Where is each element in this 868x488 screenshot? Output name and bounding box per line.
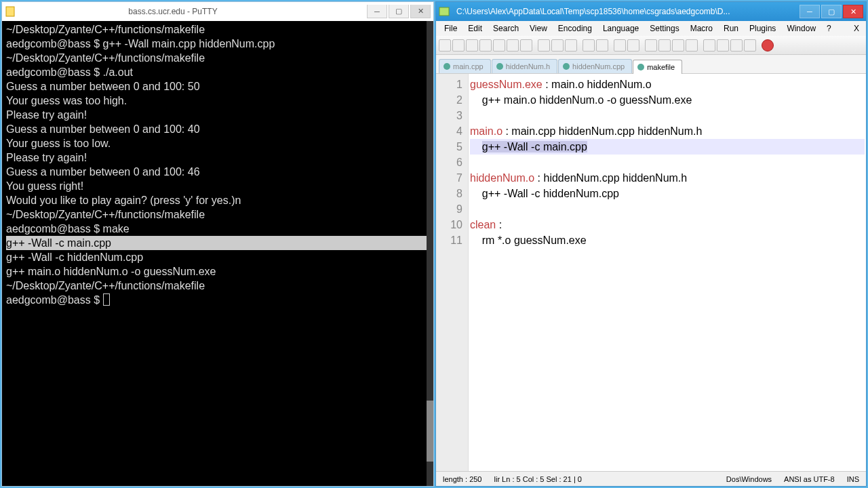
status-encoding: ANSI as UTF-8 bbox=[784, 475, 835, 483]
line-number: 3 bbox=[439, 108, 462, 123]
tab-label: makefile bbox=[647, 63, 675, 71]
record-macro-icon[interactable] bbox=[762, 39, 774, 52]
print-icon[interactable] bbox=[520, 39, 532, 52]
code-line[interactable]: guessNum.exe : main.o hiddenNum.o bbox=[470, 77, 865, 92]
status-eol: Dos\Windows bbox=[726, 475, 772, 483]
code-line[interactable]: g++ -Wall -c hiddenNum.cpp bbox=[470, 186, 865, 201]
tab-status-icon bbox=[443, 63, 450, 70]
menu-encoding[interactable]: Encoding bbox=[553, 22, 597, 35]
close-all-icon[interactable] bbox=[507, 39, 519, 52]
terminal-line: g++ -Wall -c main.cpp bbox=[6, 236, 429, 250]
npp-icon bbox=[439, 6, 450, 17]
paste-icon[interactable] bbox=[565, 39, 577, 52]
tab-hiddenNum-cpp[interactable]: hiddenNum.cpp bbox=[558, 59, 632, 73]
line-number: 11 bbox=[439, 232, 462, 248]
wordwrap-icon[interactable] bbox=[703, 39, 715, 52]
code-editor[interactable]: 1234567891011 guessNum.exe : main.o hidd… bbox=[436, 74, 866, 471]
code-line[interactable]: main.o : main.cpp hiddenNum.cpp hiddenNu… bbox=[470, 123, 865, 139]
tab-label: hiddenNum.cpp bbox=[572, 62, 625, 70]
close-icon[interactable] bbox=[493, 39, 505, 52]
menu-view[interactable]: View bbox=[524, 22, 553, 35]
menu-plugins[interactable]: Plugins bbox=[744, 22, 781, 35]
code-area[interactable]: guessNum.exe : main.o hiddenNum.o g++ ma… bbox=[469, 74, 866, 471]
close-button[interactable]: ✕ bbox=[843, 5, 863, 18]
menu-language[interactable]: Language bbox=[597, 22, 644, 35]
code-line[interactable]: rm *.o guessNum.exe bbox=[470, 232, 865, 248]
npp-titlebar[interactable]: C:\Users\Alex\AppData\Local\Temp\scp1853… bbox=[436, 2, 866, 21]
terminal-line: g++ -Wall -c hiddenNum.cpp bbox=[6, 250, 429, 264]
line-number: 4 bbox=[439, 123, 462, 139]
terminal-line: aedgcomb@bass $ g++ -Wall main.cpp hidde… bbox=[6, 37, 429, 51]
minimize-button[interactable]: ─ bbox=[367, 5, 387, 18]
notepadpp-window: C:\Users\Alex\AppData\Local\Temp\scp1853… bbox=[435, 1, 867, 487]
tab-hiddenNum-h[interactable]: hiddenNum.h bbox=[492, 59, 557, 73]
terminal-line: aedgcomb@bass $ ./a.out bbox=[6, 65, 429, 79]
find-icon[interactable] bbox=[614, 39, 626, 52]
tab-status-icon bbox=[496, 63, 503, 70]
code-line[interactable] bbox=[470, 155, 865, 170]
zoom-in-icon[interactable] bbox=[645, 39, 657, 52]
tab-status-icon bbox=[563, 63, 570, 70]
maximize-button[interactable]: ▢ bbox=[389, 5, 409, 18]
code-line[interactable]: clean : bbox=[470, 217, 865, 232]
menu-run[interactable]: Run bbox=[718, 22, 744, 35]
menu-file[interactable]: File bbox=[439, 22, 462, 35]
terminal-line: Guess a number between 0 and 100: 40 bbox=[6, 122, 429, 136]
line-number: 5 bbox=[439, 139, 462, 155]
terminal-scrollbar[interactable] bbox=[427, 21, 433, 486]
line-number: 6 bbox=[439, 155, 462, 170]
terminal-line: Please try again! bbox=[6, 108, 429, 122]
status-bar: length : 250 lir Ln : 5 Col : 5 Sel : 21… bbox=[436, 471, 866, 486]
menu-edit[interactable]: Edit bbox=[462, 22, 488, 35]
save-icon[interactable] bbox=[466, 39, 478, 52]
indent-icon[interactable] bbox=[730, 39, 743, 52]
sync-v-icon[interactable] bbox=[672, 39, 684, 52]
putty-titlebar[interactable]: bass.cs.ucr.edu - PuTTY ─ ▢ ✕ bbox=[2, 2, 433, 21]
replace-icon[interactable] bbox=[627, 39, 639, 52]
line-number: 8 bbox=[439, 186, 462, 201]
status-position: lir Ln : 5 Col : 5 Sel : 21 | 0 bbox=[494, 475, 582, 483]
code-line[interactable]: g++ -Wall -c main.cpp bbox=[470, 139, 865, 155]
menu-window[interactable]: Window bbox=[781, 22, 821, 35]
code-line[interactable]: g++ main.o hiddenNum.o -o guessNum.exe bbox=[470, 92, 865, 108]
cut-icon[interactable] bbox=[538, 39, 550, 52]
terminal-output[interactable]: ~/Desktop/Zyante/C++/functions/makefilea… bbox=[2, 21, 433, 486]
allchars-icon[interactable] bbox=[717, 39, 729, 52]
sync-h-icon[interactable] bbox=[686, 39, 698, 52]
tab-label: hiddenNum.h bbox=[506, 62, 550, 70]
maximize-button[interactable]: ▢ bbox=[821, 5, 842, 18]
open-icon[interactable] bbox=[452, 39, 465, 52]
code-line[interactable] bbox=[470, 108, 865, 123]
copy-icon[interactable] bbox=[551, 39, 564, 52]
toolbar bbox=[436, 36, 866, 55]
undo-icon[interactable] bbox=[583, 39, 595, 52]
redo-icon[interactable] bbox=[596, 39, 608, 52]
folder-icon[interactable] bbox=[744, 39, 756, 52]
save-all-icon[interactable] bbox=[479, 39, 492, 52]
tab-makefile[interactable]: makefile bbox=[633, 60, 682, 74]
new-icon[interactable] bbox=[439, 39, 451, 52]
line-number: 2 bbox=[439, 92, 462, 108]
code-line[interactable]: hiddenNum.o : hiddenNum.cpp hiddenNum.h bbox=[470, 170, 865, 186]
tab-status-icon bbox=[637, 64, 644, 70]
menu-settings[interactable]: Settings bbox=[644, 22, 684, 35]
code-line[interactable] bbox=[470, 201, 865, 217]
minimize-button[interactable]: ─ bbox=[800, 5, 820, 18]
terminal-line: Please try again! bbox=[6, 150, 429, 165]
terminal-line: Your guess is too low. bbox=[6, 136, 429, 150]
tab-main-cpp[interactable]: main.cpp bbox=[439, 59, 491, 73]
putty-title: bass.cs.ucr.edu - PuTTY bbox=[20, 7, 367, 16]
terminal-line: ~/Desktop/Zyante/C++/functions/makefile bbox=[6, 207, 429, 222]
terminal-line: Guess a number between 0 and 100: 46 bbox=[6, 165, 429, 179]
terminal-line: Your guess was too high. bbox=[6, 94, 429, 108]
close-doc-button[interactable]: X bbox=[850, 24, 863, 33]
terminal-line: aedgcomb@bass $ bbox=[6, 293, 429, 307]
svg-rect-0 bbox=[6, 7, 14, 16]
zoom-out-icon[interactable] bbox=[658, 39, 671, 52]
menu-search[interactable]: Search bbox=[488, 22, 524, 35]
cursor bbox=[103, 293, 110, 306]
terminal-line: Would you like to play again? (press 'y'… bbox=[6, 193, 429, 207]
menu-macro[interactable]: Macro bbox=[685, 22, 718, 35]
menu-help[interactable]: ? bbox=[821, 22, 837, 35]
close-button[interactable]: ✕ bbox=[410, 5, 431, 18]
